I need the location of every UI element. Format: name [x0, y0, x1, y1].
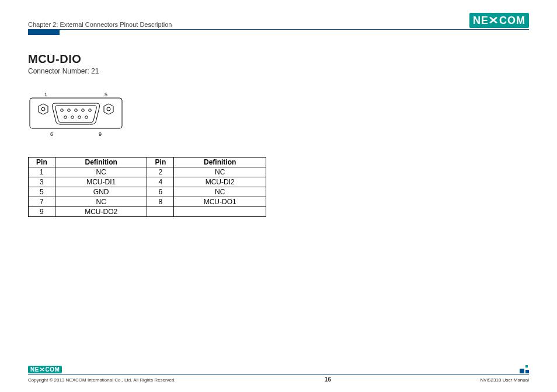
cell-def-b: MCU-DI2 [174, 177, 266, 187]
cell-def-a: MCU-DO2 [55, 207, 147, 217]
cell-def-a: NC [55, 167, 147, 177]
table-header-row: Pin Definition Pin Definition [29, 158, 266, 167]
cell-def-b: NC [174, 187, 266, 197]
th-def-a: Definition [55, 158, 147, 167]
svg-point-12 [78, 116, 81, 119]
svg-rect-16 [525, 370, 529, 373]
section-title: MCU-DIO [28, 52, 529, 66]
cell-pin-b: 2 [147, 167, 174, 177]
logo-x-icon: ✕ [39, 366, 45, 373]
svg-point-5 [61, 109, 64, 112]
copyright-text: Copyright © 2013 NEXCOM International Co… [28, 377, 176, 383]
cell-pin-b: 6 [147, 187, 174, 197]
table-row: 3MCU-DI14MCU-DI2 [29, 177, 266, 187]
pin-label-1: 1 [44, 92, 47, 97]
footer-rule [28, 374, 529, 375]
cell-pin-b [147, 207, 174, 217]
cell-pin-a: 5 [29, 187, 55, 197]
chapter-title: Chapter 2: External Connectors Pinout De… [28, 21, 172, 28]
svg-rect-14 [520, 369, 524, 373]
cell-pin-b: 4 [147, 177, 174, 187]
pin-labels-top: 1 5 [44, 92, 107, 97]
cell-def-b: MCU-DO1 [174, 197, 266, 207]
table-row: 5GND6NC [29, 187, 266, 197]
table-row: 9MCU-DO2 [29, 207, 266, 217]
db9-connector-icon [29, 97, 123, 129]
cell-pin-a: 3 [29, 177, 55, 187]
svg-point-11 [71, 116, 74, 119]
th-pin-b: Pin [147, 158, 174, 167]
brand-logo: NE✕COM [469, 13, 529, 28]
pinout-table: Pin Definition Pin Definition 1NC2NC3MCU… [28, 157, 266, 217]
pin-label-6: 6 [50, 131, 53, 137]
svg-point-7 [75, 109, 78, 112]
cell-def-a: GND [55, 187, 147, 197]
svg-point-4 [107, 107, 110, 111]
svg-rect-15 [525, 365, 528, 368]
svg-point-9 [89, 109, 92, 112]
cell-pin-a: 7 [29, 197, 55, 207]
svg-point-8 [82, 109, 85, 112]
header-rule [28, 29, 529, 37]
svg-point-2 [41, 107, 45, 111]
svg-point-6 [68, 109, 71, 112]
cell-def-a: NC [55, 197, 147, 207]
table-row: 7NC8MCU-DO1 [29, 197, 266, 207]
cell-pin-a: 1 [29, 167, 55, 177]
cell-def-b: NC [174, 167, 266, 177]
doc-name: NViS2310 User Manual [481, 377, 529, 383]
cell-pin-b: 8 [147, 197, 174, 207]
table-row: 1NC2NC [29, 167, 266, 177]
cell-def-b [174, 207, 266, 217]
cell-pin-a: 9 [29, 207, 55, 217]
page-footer: NE✕COM Copyright © 2013 NEXCOM Internati… [28, 365, 529, 383]
page-number: 16 [325, 376, 331, 383]
th-pin-a: Pin [29, 158, 55, 167]
pin-labels-bottom: 6 9 [50, 131, 102, 137]
corner-mark-icon [520, 365, 529, 373]
connector-diagram: 1 5 6 9 [29, 92, 529, 137]
logo-x-icon: ✕ [488, 14, 499, 27]
pin-label-5: 5 [105, 92, 107, 97]
footer-brand-logo: NE✕COM [28, 366, 62, 373]
pinout-tbody: 1NC2NC3MCU-DI14MCU-DI25GND6NC7NC8MCU-DO1… [29, 167, 266, 217]
pin-label-9: 9 [99, 131, 102, 137]
header-tab [28, 29, 60, 35]
th-def-b: Definition [174, 158, 266, 167]
svg-point-13 [85, 116, 88, 119]
cell-def-a: MCU-DI1 [55, 177, 147, 187]
svg-point-10 [64, 116, 67, 119]
connector-number: Connector Number: 21 [28, 67, 529, 75]
